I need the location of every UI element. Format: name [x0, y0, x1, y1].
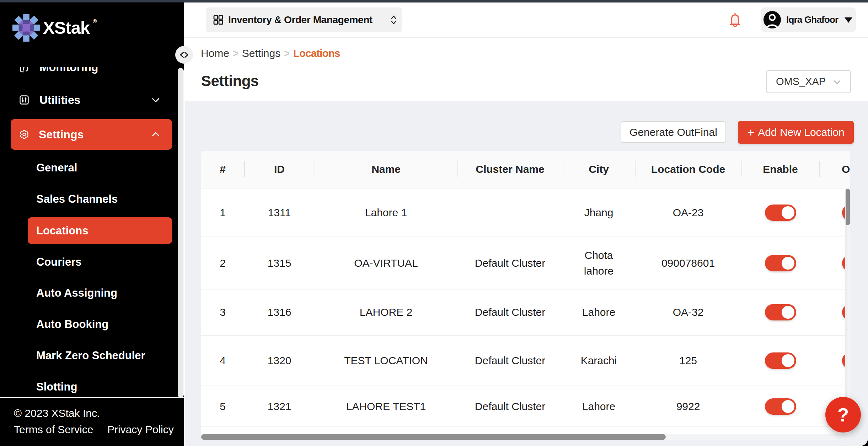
enable-toggle-on[interactable]	[765, 255, 796, 271]
sidebar-item-settings[interactable]: Settings	[11, 119, 172, 150]
sidebar-subitem-slotting[interactable]: Slotting	[28, 371, 172, 398]
sidebar-scrollbar[interactable]	[178, 68, 184, 398]
cell-num: 4	[201, 336, 244, 386]
sidebar-subitem-label: Auto Booking	[36, 318, 108, 331]
sidebar-item-utilities[interactable]: Utilities	[11, 84, 172, 116]
avatar	[763, 11, 781, 28]
sidebar-subitem-label: Auto Assigning	[36, 287, 117, 299]
table-body: 11311Lahore 1JhangOA-2321315OA-VIRTUALDe…	[201, 189, 850, 427]
cell-enable	[741, 237, 819, 289]
chevron-down-icon	[151, 96, 160, 104]
enable-toggle-on[interactable]	[765, 352, 796, 369]
sidebar-subitem-auto-booking[interactable]: Auto Booking	[28, 309, 172, 340]
cell-num: 2	[201, 237, 244, 289]
sidebar-subitem-label: Couriers	[36, 256, 81, 269]
sidebar-subitem-couriers[interactable]: Couriers	[28, 246, 172, 278]
sidebar-subitem-auto-assigning[interactable]: Auto Assigning	[28, 277, 172, 309]
logo-text-value: XStak	[43, 18, 90, 37]
column-separator	[244, 161, 245, 177]
table-horizontal-scrollbar[interactable]	[201, 434, 666, 440]
help-button[interactable]: ?	[825, 397, 861, 432]
enable-toggle-on[interactable]	[765, 398, 796, 415]
cell-code: 9922	[635, 386, 741, 426]
top-header: Inventory & Order Management	[184, 2, 868, 38]
cell-code: 125	[635, 336, 741, 386]
user-menu[interactable]: Iqra Ghafoor	[761, 7, 856, 32]
sidebar: XStak® Monitoring Utilities	[0, 2, 184, 446]
cell-id: 1320	[244, 336, 315, 386]
sidebar-subitem-label: Slotting	[36, 381, 77, 393]
locations-table: #IDNameCluster NameCityLocation CodeEnab…	[201, 151, 850, 440]
table-row: 11311Lahore 1JhangOA-23	[201, 189, 850, 237]
enable-toggle-on[interactable]	[765, 304, 796, 320]
collapse-chevrons-icon	[180, 52, 189, 58]
add-new-location-label: Add New Location	[758, 126, 845, 138]
logo[interactable]: XStak®	[12, 14, 96, 42]
column-header-name: Name	[315, 151, 457, 188]
column-header-location-code: Location Code	[635, 151, 741, 188]
generate-outfinal-button[interactable]: Generate OutFinal	[621, 121, 726, 143]
terms-of-service-link[interactable]: Terms of Service	[14, 424, 93, 436]
cell-name: TEST LOCATION	[315, 336, 457, 386]
app-switcher-button[interactable]: Inventory & Order Management	[206, 7, 402, 32]
cell-id: 1315	[244, 237, 315, 289]
sidebar-collapse-button[interactable]	[175, 46, 193, 64]
sidebar-item-monitoring[interactable]: Monitoring	[11, 67, 172, 83]
utilities-icon	[20, 95, 29, 105]
cell-num: 5	[201, 386, 244, 426]
breadcrumb-settings[interactable]: Settings	[242, 47, 280, 59]
store-select-value: OMS_XAP	[776, 71, 826, 92]
cell-name: LAHORE TEST1	[315, 386, 457, 426]
breadcrumb-home[interactable]: Home	[201, 47, 229, 59]
cell-enable	[741, 386, 819, 426]
add-new-location-button[interactable]: +Add New Location	[738, 121, 854, 144]
column-separator	[635, 161, 636, 177]
generate-outfinal-label: Generate OutFinal	[629, 126, 717, 138]
breadcrumb: Home > Settings > Locations	[201, 47, 340, 59]
logo-registered-mark: ®	[93, 18, 96, 24]
sidebar-subitem-label: Mark Zero Scheduler	[36, 349, 145, 362]
cell-city: Jhang	[563, 189, 635, 237]
help-label: ?	[837, 404, 849, 426]
column-header-cluster-name: Cluster Name	[457, 151, 563, 188]
store-select-dropdown[interactable]: OMS_XAP	[766, 70, 851, 93]
plus-icon: +	[747, 126, 754, 139]
column-header-id: ID	[244, 151, 315, 188]
main-content: Inventory & Order Management	[184, 2, 868, 446]
xstak-logo-icon	[12, 14, 40, 42]
sidebar-item-label: Utilities	[39, 94, 151, 107]
table-horizontal-scrollbar-track	[201, 434, 850, 440]
sidebar-subitem-mark-zero-scheduler[interactable]: Mark Zero Scheduler	[28, 340, 172, 371]
cell-enable	[741, 290, 819, 335]
cell-num: 3	[201, 290, 244, 335]
cell-code: 090078601	[635, 237, 741, 289]
table-header-row: #IDNameCluster NameCityLocation CodeEnab…	[201, 151, 850, 189]
table-row: 21315OA-VIRTUALDefault ClusterChota laho…	[201, 237, 850, 290]
sidebar-subitem-sales-channels[interactable]: Sales Channels	[28, 184, 172, 215]
cell-name: LAHORE 2	[315, 290, 457, 335]
cell-cluster	[457, 189, 563, 237]
cell-city: Lahore	[563, 386, 635, 426]
cell-num: 1	[201, 189, 244, 237]
sidebar-subitem-general[interactable]: General	[28, 152, 172, 184]
settings-gear-icon	[19, 129, 30, 140]
breadcrumb-current: Locations	[293, 48, 340, 59]
app-switcher-label: Inventory & Order Management	[228, 14, 391, 26]
chevron-down-icon	[832, 78, 842, 87]
enable-toggle-on[interactable]	[765, 205, 796, 221]
sidebar-item-label: Settings	[39, 128, 151, 141]
monitoring-icon	[20, 67, 29, 73]
browser-chrome-strip	[0, 0, 868, 2]
sidebar-subitem-locations[interactable]: Locations	[28, 217, 172, 244]
privacy-policy-link[interactable]: Privacy Policy	[107, 424, 174, 436]
cell-code: OA-23	[635, 189, 741, 237]
cell-name: Lahore 1	[315, 189, 457, 237]
table-vertical-scrollbar[interactable]	[846, 189, 850, 225]
sidebar-footer-divider	[0, 397, 184, 398]
notification-bell-icon[interactable]	[730, 13, 740, 28]
app-root: XStak® Monitoring Utilities	[0, 0, 868, 446]
page-header-zone: Home > Settings > Locations Settings OMS…	[184, 38, 868, 101]
user-caret-down-icon	[845, 17, 852, 23]
cell-city: Chota lahore	[563, 237, 635, 289]
copyright-text: © 2023 XStak Inc.	[14, 407, 100, 419]
